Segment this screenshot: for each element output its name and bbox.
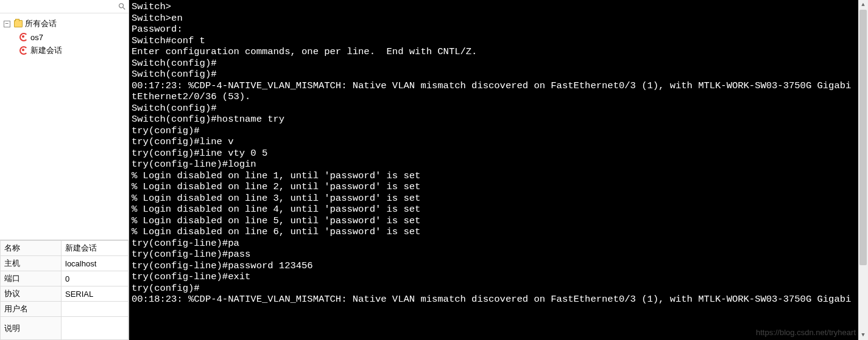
prop-key: 端口 [1,271,62,286]
prop-value[interactable]: 0 [62,271,129,286]
tree-item-os7[interactable]: os7 [2,30,126,44]
sidebar-search[interactable]: ⚲ [0,0,129,13]
prop-value[interactable]: 新建会话 [62,241,129,256]
prop-key: 用户名 [1,302,62,317]
collapse-icon[interactable]: − [4,21,10,27]
tree-root-all-sessions[interactable]: − 所有会话 [2,17,126,30]
prop-value[interactable]: localhost [62,256,129,271]
sidebar: ⚲ − 所有会话 os7 新建会话 名称 新建会话 主机 localhost [0,0,129,340]
prop-row-protocol: 协议 SERIAL [1,286,129,302]
tree-root-label: 所有会话 [25,18,57,29]
tree-item-label: os7 [30,33,43,42]
prop-key: 主机 [1,256,62,271]
prop-row-name: 名称 新建会话 [1,241,129,256]
session-icon [19,33,28,41]
scroll-track[interactable] [858,10,868,330]
prop-key: 协议 [1,286,62,302]
session-tree: − 所有会话 os7 新建会话 [0,13,129,240]
scroll-up-button[interactable]: ▲ [858,0,868,10]
search-icon: ⚲ [116,1,127,12]
prop-row-username: 用户名 [1,302,129,317]
watermark: https://blog.csdn.net/tryheart [756,327,856,339]
scroll-down-button[interactable]: ▼ [858,330,868,340]
scroll-thumb[interactable] [859,10,867,265]
prop-value[interactable]: SERIAL [62,286,129,302]
prop-key: 说明 [1,317,62,340]
prop-row-host: 主机 localhost [1,256,129,271]
tree-item-new-session[interactable]: 新建会话 [2,44,126,57]
session-properties: 名称 新建会话 主机 localhost 端口 0 协议 SERIAL 用户名 … [0,240,129,340]
tree-item-label: 新建会话 [30,45,62,56]
prop-row-port: 端口 0 [1,271,129,286]
prop-value[interactable] [62,317,129,340]
terminal-lines: Switch> Switch>en Password: Switch#conf … [132,1,866,305]
prop-row-description: 说明 [1,317,129,340]
prop-value[interactable] [62,302,129,317]
session-icon [19,46,28,55]
prop-key: 名称 [1,241,62,256]
terminal-scrollbar[interactable]: ▲ ▼ [858,0,868,340]
folder-icon [14,20,23,27]
terminal[interactable]: Switch> Switch>en Password: Switch#conf … [129,0,868,340]
